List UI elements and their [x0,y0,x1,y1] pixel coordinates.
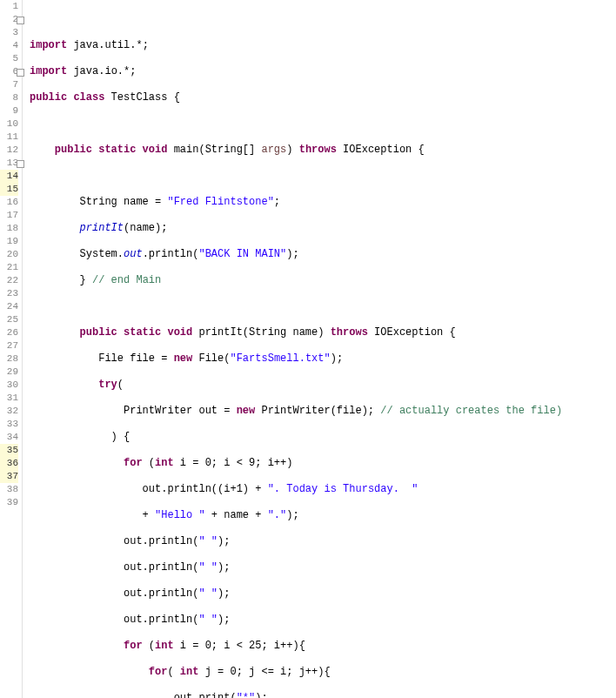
line-number: 38 [0,483,18,496]
line-number: 30 [0,379,18,392]
line-number: 33 [0,418,18,431]
code-line: public static void printIt(String name) … [30,326,616,339]
code-line: } // end Main [30,274,616,287]
code-line: printIt(name); [30,222,616,235]
line-number: 32 [0,405,18,418]
line-number: 14 [0,170,18,183]
code-line: out.print("*"); [30,692,616,698]
line-number: 17 [0,209,18,222]
line-number: 11 [0,131,18,144]
code-line: public class TestClass { [30,91,616,104]
line-number: 23 [0,287,18,300]
line-number: 19 [0,235,18,248]
code-line: + "Hello " + name + "."); [30,509,616,522]
line-number: 5 [0,52,18,65]
line-number: 31 [0,392,18,405]
line-number: 16 [0,196,18,209]
code-line: PrintWriter out = new PrintWriter(file);… [30,405,616,418]
line-number: 24 [0,300,18,313]
line-number: 7 [0,78,18,91]
line-number: 39 [0,496,18,509]
line-number: 1 [0,0,18,13]
line-number: 9 [0,104,18,117]
code-line [30,300,616,313]
code-line: System.out.println("BACK IN MAIN"); [30,248,616,261]
line-number: 36 [0,457,18,470]
line-number: 18 [0,222,18,235]
code-editor: 1 2 3 4 5 6 7 8 9 10 11 12 13 14 15 16 1… [0,0,616,698]
line-number: 2 [0,13,18,26]
line-number: 13 [0,157,18,170]
code-line: ) { [30,431,616,444]
code-line: for (int i = 0; i < 25; i++){ [30,640,616,653]
line-number: 12 [0,144,18,157]
line-number: 29 [0,366,18,379]
code-line [30,117,616,131]
code-line: out.println(" "); [30,535,616,548]
line-number: 34 [0,431,18,444]
line-number: 22 [0,274,18,287]
line-number: 3 [0,26,18,39]
line-number: 26 [0,326,18,339]
line-number: 10 [0,117,18,131]
line-number: 6 [0,65,18,78]
code-line: String name = "Fred Flintstone"; [30,196,616,209]
code-line: import java.util.*; [30,39,616,52]
line-number: 27 [0,339,18,352]
code-line: for (int i = 0; i < 9; i++) [30,457,616,470]
code-line [30,170,616,183]
code-line: File file = new File("FartsSmell.txt"); [30,352,616,366]
code-line [30,13,616,26]
line-number: 15 [0,183,18,196]
line-number: 28 [0,352,18,366]
code-line: out.println(" "); [30,587,616,601]
line-number: 20 [0,248,18,261]
line-number: 21 [0,261,18,274]
line-number: 25 [0,313,18,326]
code-line: try( [30,379,616,392]
line-number: 8 [0,91,18,104]
code-line: out.println((i+1) + ". Today is Thursday… [30,483,616,496]
code-line: import java.io.*; [30,65,616,78]
code-line: public static void main(String[] args) t… [30,144,616,157]
line-number: 37 [0,470,18,483]
code-area[interactable]: import java.util.*; import java.io.*; pu… [23,0,616,698]
code-line: out.println(" "); [30,614,616,627]
line-number: 4 [0,39,18,52]
line-number-gutter: 1 2 3 4 5 6 7 8 9 10 11 12 13 14 15 16 1… [0,0,23,698]
code-line: out.println(" "); [30,561,616,574]
code-line: for( int j = 0; j <= i; j++){ [30,666,616,679]
line-number: 35 [0,444,18,457]
